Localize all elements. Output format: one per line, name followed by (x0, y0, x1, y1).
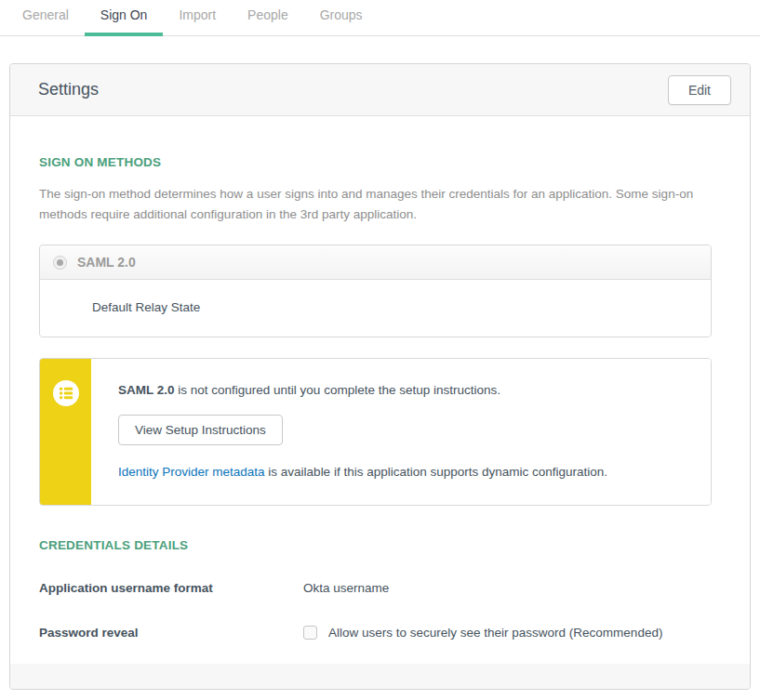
credentials-details-heading: CREDENTIALS DETAILS (39, 538, 712, 552)
panel-footer-strip (10, 664, 750, 689)
password-reveal-label: Password reveal (39, 626, 303, 640)
settings-panel-header: Settings Edit (10, 64, 750, 116)
tab-import[interactable]: Import (163, 0, 232, 36)
page-title: Settings (38, 80, 99, 99)
bulleted-list-icon (53, 380, 79, 410)
callout-message-bold: SAML 2.0 (118, 383, 175, 397)
settings-panel: Settings Edit SIGN ON METHODS The sign-o… (9, 63, 751, 690)
settings-panel-body: SIGN ON METHODS The sign-on method deter… (10, 116, 750, 640)
saml-radio-button[interactable] (53, 256, 67, 270)
edit-button[interactable]: Edit (668, 75, 731, 105)
password-reveal-checkbox-wrap: Allow users to securely see their passwo… (303, 626, 662, 640)
app-tab-bar: General Sign On Import People Groups (0, 0, 760, 36)
password-reveal-checkbox-label: Allow users to securely see their passwo… (328, 626, 662, 640)
tab-people[interactable]: People (232, 0, 304, 36)
saml-method-card-body: Default Relay State (40, 280, 711, 337)
sign-on-methods-heading: SIGN ON METHODS (39, 155, 712, 169)
saml-setup-callout: SAML 2.0 is not configured until you com… (39, 358, 712, 506)
username-format-row: Application username format Okta usernam… (39, 581, 712, 595)
view-setup-instructions-button[interactable]: View Setup Instructions (118, 415, 283, 445)
username-format-label: Application username format (39, 581, 303, 595)
password-reveal-row: Password reveal Allow users to securely … (39, 626, 712, 640)
tab-groups[interactable]: Groups (304, 0, 379, 36)
saml-method-card: SAML 2.0 Default Relay State (39, 244, 712, 337)
metadata-line: Identity Provider metadata is available … (118, 465, 692, 479)
default-relay-state-label: Default Relay State (92, 300, 200, 314)
callout-message: SAML 2.0 is not configured until you com… (118, 383, 692, 397)
tab-general[interactable]: General (7, 0, 85, 36)
saml-method-title: SAML 2.0 (77, 255, 136, 270)
callout-message-text: is not configured until you complete the… (175, 383, 500, 397)
saml-method-card-header: SAML 2.0 (40, 245, 711, 280)
metadata-line-suffix: is available if this application support… (265, 465, 607, 479)
callout-content: SAML 2.0 is not configured until you com… (91, 359, 711, 505)
username-format-value: Okta username (303, 581, 389, 595)
callout-accent-strip (40, 359, 91, 505)
sign-on-methods-description: The sign-on method determines how a user… (39, 184, 712, 224)
password-reveal-checkbox[interactable] (303, 626, 317, 640)
tab-sign-on[interactable]: Sign On (85, 0, 164, 36)
identity-provider-metadata-link[interactable]: Identity Provider metadata (118, 465, 265, 479)
